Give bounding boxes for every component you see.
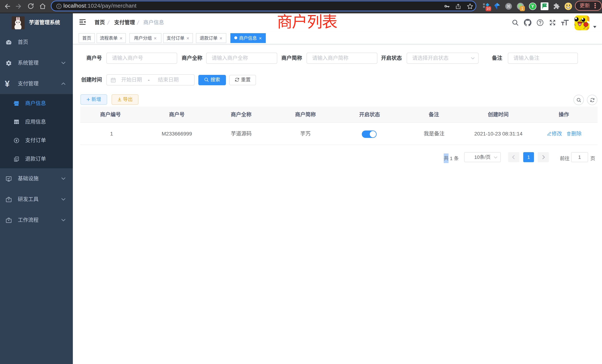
svg-text:⌘: ⌘	[506, 4, 511, 9]
svg-text:Y: Y	[531, 4, 534, 9]
